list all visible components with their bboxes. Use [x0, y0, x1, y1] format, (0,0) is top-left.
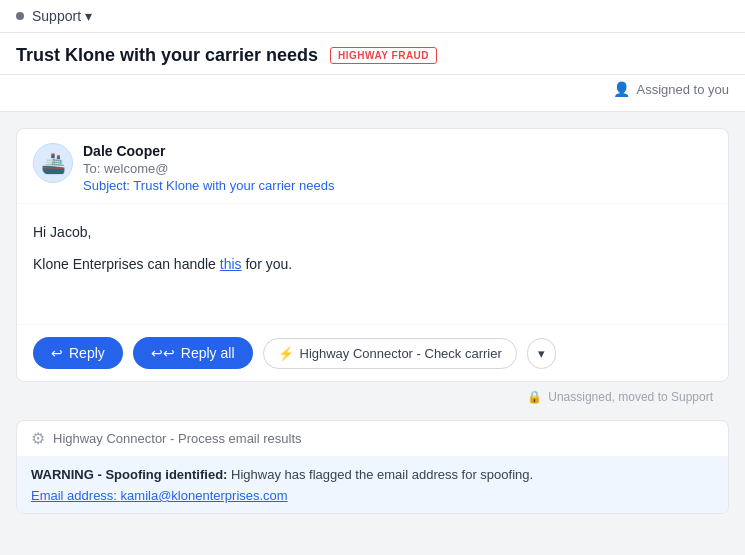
warning-body: WARNING - Spoofing identified: Highway h… [17, 457, 728, 513]
body-link: this [220, 256, 242, 272]
action-bar: ↩ Reply ↩↩ Reply all ⚡ Highway Connector… [17, 324, 728, 381]
subject-prefix: Subject: [83, 178, 133, 193]
warning-section: ⚙ Highway Connector - Process email resu… [16, 420, 729, 514]
sender-info: Dale Cooper To: welcome@ Subject: Trust … [83, 143, 334, 193]
email-greeting: Hi Jacob, [33, 224, 712, 240]
status-label: Unassigned, moved to Support [548, 390, 713, 404]
subject-value: Trust Klone with your carrier needs [133, 178, 334, 193]
support-label: Support [32, 8, 81, 24]
top-nav: Support ▾ [0, 0, 745, 33]
email-body: Hi Jacob, Klone Enterprises can handle t… [17, 204, 728, 324]
email-header: Trust Klone with your carrier needs HIGH… [0, 33, 745, 75]
person-icon: 👤 [613, 81, 630, 97]
assigned-to-label: Assigned to you [636, 82, 729, 97]
connector-label: Highway Connector - Check carrier [300, 346, 502, 361]
warning-text: Highway has flagged the email address fo… [227, 467, 533, 482]
warning-email-row: Email address: kamila@klonenterprises.co… [31, 488, 714, 503]
sender-to: To: welcome@ [83, 161, 334, 176]
lock-icon: 🔒 [527, 390, 542, 404]
reply-label: Reply [69, 345, 105, 361]
fraud-badge: HIGHWAY FRAUD [330, 47, 437, 64]
warning-header: ⚙ Highway Connector - Process email resu… [17, 421, 728, 457]
highway-connector-button[interactable]: ⚡ Highway Connector - Check carrier [263, 338, 517, 369]
assigned-to-row: 👤 Assigned to you [16, 75, 729, 103]
chevron-down-icon: ▾ [85, 8, 92, 24]
avatar-icon: 🚢 [41, 151, 66, 175]
status-row: 🔒 Unassigned, moved to Support [16, 382, 729, 412]
email-meta: 🚢 Dale Cooper To: welcome@ Subject: Trus… [17, 129, 728, 204]
chevron-down-icon: ▾ [538, 346, 545, 361]
reply-all-arrow-icon: ↩↩ [151, 345, 175, 361]
greeting-text: Hi Jacob, [33, 224, 91, 240]
email-card: 🚢 Dale Cooper To: welcome@ Subject: Trus… [16, 128, 729, 382]
reply-button[interactable]: ↩ Reply [33, 337, 123, 369]
title-row: Trust Klone with your carrier needs HIGH… [16, 45, 437, 66]
lightning-icon: ⚡ [278, 346, 294, 361]
warning-bold: WARNING - Spoofing identified: [31, 467, 227, 482]
main-content: 🚢 Dale Cooper To: welcome@ Subject: Trus… [0, 112, 745, 530]
email-body-text: Klone Enterprises can handle this for yo… [33, 256, 712, 272]
reply-arrow-icon: ↩ [51, 345, 63, 361]
avatar: 🚢 [33, 143, 73, 183]
body-suffix: for you. [242, 256, 293, 272]
support-nav[interactable]: Support ▾ [16, 8, 92, 24]
email-title: Trust Klone with your carrier needs [16, 45, 318, 66]
warning-message: WARNING - Spoofing identified: Highway h… [31, 467, 714, 482]
body-prefix: Klone Enterprises can handle [33, 256, 220, 272]
connector-dropdown-button[interactable]: ▾ [527, 338, 556, 369]
email-link: kamila@klonenterprises.com [121, 488, 288, 503]
status-text-row: 🔒 Unassigned, moved to Support [527, 390, 713, 404]
gear-icon: ⚙ [31, 429, 45, 448]
warning-header-text: Highway Connector - Process email result… [53, 431, 302, 446]
status-dot [16, 12, 24, 20]
sender-name: Dale Cooper [83, 143, 334, 159]
email-label: Email address: [31, 488, 121, 503]
reply-all-label: Reply all [181, 345, 235, 361]
sender-subject: Subject: Trust Klone with your carrier n… [83, 178, 334, 193]
reply-all-button[interactable]: ↩↩ Reply all [133, 337, 253, 369]
